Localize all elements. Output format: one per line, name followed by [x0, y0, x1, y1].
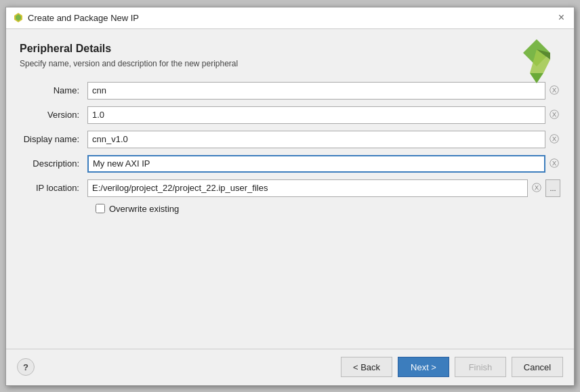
dialog-content: Peripheral Details Specify name, version… — [6, 29, 574, 349]
description-row: Description: ⓧ — [20, 155, 560, 173]
ip-location-row: IP location: ⓧ ... — [20, 179, 560, 197]
description-input-wrap: ⓧ — [87, 155, 560, 173]
name-label: Name: — [20, 85, 87, 95]
svg-marker-5 — [530, 73, 543, 83]
name-clear-button[interactable]: ⓧ — [548, 85, 560, 97]
name-row: Name: ⓧ — [20, 82, 560, 100]
ip-location-clear-button[interactable]: ⓧ — [531, 182, 543, 194]
next-button[interactable]: Next > — [398, 357, 449, 377]
close-button[interactable]: × — [556, 11, 567, 24]
header-section: Peripheral Details Specify name, version… — [20, 43, 560, 68]
description-clear-button[interactable]: ⓧ — [548, 158, 560, 170]
footer-right: < Back Next > Finish Cancel — [341, 357, 563, 377]
display-name-label: Display name: — [20, 134, 87, 144]
vivado-logo — [513, 36, 560, 83]
name-input-wrap: ⓧ — [87, 82, 560, 100]
display-name-input-wrap: ⓧ — [87, 131, 560, 148]
ip-location-label: IP location: — [20, 183, 87, 193]
name-input[interactable] — [87, 82, 545, 100]
ip-location-input-wrap: ⓧ ... — [87, 179, 560, 197]
ip-location-browse-button[interactable]: ... — [545, 179, 560, 197]
overwrite-label: Overwrite existing — [109, 204, 179, 214]
ip-location-input[interactable] — [87, 179, 528, 197]
app-icon — [13, 12, 24, 23]
finish-button[interactable]: Finish — [455, 357, 506, 377]
dialog: Create and Package New IP × Peripheral D… — [5, 7, 575, 386]
overwrite-row: Overwrite existing — [96, 204, 560, 214]
version-clear-button[interactable]: ⓧ — [548, 109, 560, 121]
overwrite-checkbox[interactable] — [96, 204, 105, 213]
version-label: Version: — [20, 110, 87, 120]
dialog-title: Create and Package New IP — [28, 13, 139, 23]
dialog-footer: ? < Back Next > Finish Cancel — [6, 349, 574, 385]
title-bar: Create and Package New IP × — [6, 7, 574, 29]
form-area: Name: ⓧ Version: ⓧ Display name: — [20, 82, 560, 342]
version-input[interactable] — [87, 106, 545, 124]
version-row: Version: ⓧ — [20, 106, 560, 124]
description-input[interactable] — [87, 155, 545, 173]
cancel-button[interactable]: Cancel — [512, 357, 563, 377]
back-button[interactable]: < Back — [341, 357, 392, 377]
title-bar-left: Create and Package New IP — [13, 12, 139, 23]
page-subtitle: Specify name, version and description fo… — [20, 59, 560, 68]
display-name-input[interactable] — [87, 131, 545, 148]
version-input-wrap: ⓧ — [87, 106, 560, 124]
display-name-clear-button[interactable]: ⓧ — [548, 133, 560, 146]
display-name-row: Display name: ⓧ — [20, 131, 560, 148]
page-title: Peripheral Details — [20, 43, 560, 55]
help-button[interactable]: ? — [17, 358, 35, 376]
description-label: Description: — [20, 158, 87, 169]
footer-left: ? — [17, 358, 35, 376]
